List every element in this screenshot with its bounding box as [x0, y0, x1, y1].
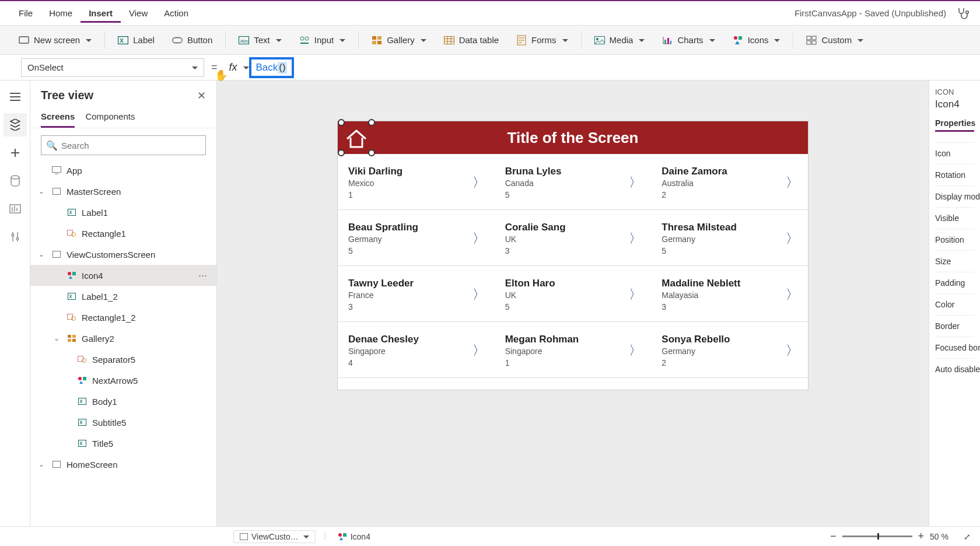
app-checker-icon[interactable]	[956, 6, 970, 20]
next-arrow-icon[interactable]: 〉	[629, 230, 642, 247]
text-dropdown[interactable]: Abc Text	[230, 32, 290, 49]
gallery-item[interactable]: Madaline NeblettMalayasia3〉	[651, 266, 808, 322]
property-row[interactable]: Position	[935, 229, 974, 250]
zoom-control[interactable]: − + 50 %	[830, 530, 949, 542]
selection-handle[interactable]	[368, 149, 375, 156]
rail-tools-icon[interactable]	[4, 225, 27, 249]
menu-file[interactable]: File	[10, 4, 41, 23]
tree-node-rectangle1-2[interactable]: Rectangle1_2	[30, 307, 216, 328]
property-row[interactable]: Padding	[935, 272, 974, 293]
tree-node-icon4[interactable]: Icon4 ⋯	[30, 265, 216, 286]
selection-handle[interactable]	[338, 149, 345, 156]
property-row[interactable]: Icon	[935, 142, 974, 164]
property-row[interactable]: Focused bor	[935, 337, 974, 358]
selection-handle[interactable]	[338, 119, 345, 126]
zoom-out-icon[interactable]: −	[830, 530, 836, 542]
next-arrow-icon[interactable]: 〉	[473, 230, 485, 247]
input-dropdown[interactable]: Input	[291, 32, 354, 49]
tree-node-nextarrow5[interactable]: NextArrow5	[30, 370, 216, 391]
label-button[interactable]: Label	[110, 32, 163, 49]
rail-tree-view-icon[interactable]	[4, 113, 27, 136]
property-row[interactable]: Border	[935, 315, 974, 337]
tree-node-rectangle1[interactable]: Rectangle1	[30, 223, 216, 244]
close-icon[interactable]: ✕	[197, 89, 206, 102]
breadcrumb-screen[interactable]: ViewCusto…	[233, 530, 316, 543]
rail-hamburger-icon[interactable]	[4, 85, 27, 108]
media-dropdown[interactable]: Media	[586, 32, 653, 49]
icons-dropdown[interactable]: Icons	[724, 32, 789, 49]
next-arrow-icon[interactable]: 〉	[473, 174, 485, 191]
gallery-item[interactable]: Coralie SangUK3〉	[495, 210, 652, 266]
fit-to-screen-icon[interactable]: ⤢	[964, 532, 971, 541]
tree-node-viewcustomers[interactable]: ⌄ ViewCustomersScreen	[30, 244, 216, 265]
property-row[interactable]: Size	[935, 250, 974, 272]
gallery-item[interactable]: Beau SpratlingGermany5〉	[338, 210, 495, 266]
gallery-item[interactable]: Elton HaroUK5〉	[495, 266, 652, 322]
gallery-item[interactable]: Bruna LylesCanada5〉	[495, 154, 652, 210]
gallery-item[interactable]: Denae ChesleySingapore4〉	[338, 322, 495, 378]
next-arrow-icon[interactable]: 〉	[629, 174, 642, 191]
next-arrow-icon[interactable]: 〉	[473, 342, 485, 359]
next-arrow-icon[interactable]: 〉	[629, 286, 642, 303]
menu-action[interactable]: Action	[156, 4, 197, 23]
next-arrow-icon[interactable]: 〉	[629, 342, 642, 359]
next-arrow-icon[interactable]: 〉	[786, 342, 799, 359]
data-table-button[interactable]: Data table	[436, 32, 507, 49]
zoom-in-icon[interactable]: +	[918, 530, 925, 542]
next-arrow-icon[interactable]: 〉	[786, 286, 799, 303]
gallery-item[interactable]: Viki DarlingMexico1〉	[338, 154, 495, 210]
gallery-item[interactable]: Megan RohmanSingapore1〉	[495, 322, 652, 378]
gallery-dropdown[interactable]: Gallery	[363, 32, 435, 49]
item-subtitle: Malayasia	[662, 290, 740, 300]
property-row[interactable]: Display mod	[935, 186, 974, 207]
next-arrow-icon[interactable]: 〉	[786, 230, 799, 247]
properties-tab[interactable]: Properties	[935, 118, 974, 132]
tree-node-subtitle5[interactable]: Subtitle5	[30, 412, 216, 433]
property-select[interactable]: OnSelect	[21, 58, 204, 77]
menu-insert[interactable]: Insert	[80, 4, 121, 23]
zoom-slider[interactable]	[842, 536, 912, 537]
tree-node-title5[interactable]: Title5	[30, 433, 216, 454]
gallery-item[interactable]: Sonya RebelloGermany2〉	[651, 322, 808, 378]
property-row[interactable]: Color	[935, 293, 974, 315]
rail-data-icon[interactable]	[4, 169, 27, 192]
gallery-item[interactable]: Thresa MilsteadGermany5〉	[651, 210, 808, 266]
tree-node-masterscreen[interactable]: ⌄ MasterScreen	[30, 181, 216, 202]
rail-media-icon[interactable]	[4, 197, 27, 220]
tree-node-label1[interactable]: Label1	[30, 202, 216, 223]
button-button[interactable]: Button	[164, 32, 220, 49]
formula-input[interactable]: Back()	[249, 58, 970, 77]
svg-rect-17	[667, 38, 669, 44]
gallery-item[interactable]: Tawny LeederFrance3〉	[338, 266, 495, 322]
menu-home[interactable]: Home	[41, 4, 80, 23]
menu-view[interactable]: View	[121, 4, 156, 23]
icon4-selection[interactable]	[341, 123, 372, 153]
rail-insert-icon[interactable]	[4, 141, 27, 164]
canvas-area[interactable]: Title of the Screen Viki DarlingMexico1〉…	[217, 80, 929, 526]
breadcrumb-selection[interactable]: Icon4	[338, 532, 370, 541]
next-arrow-icon[interactable]: 〉	[473, 286, 485, 303]
selection-handle[interactable]	[368, 119, 375, 126]
property-row[interactable]: Visible	[935, 207, 974, 229]
tree-node-gallery2[interactable]: ⌄ Gallery2	[30, 328, 216, 349]
search-input[interactable]: 🔍	[41, 135, 206, 155]
tree-node-app[interactable]: App	[30, 160, 216, 181]
gallery-item[interactable]: Daine ZamoraAustralia2〉	[651, 154, 808, 210]
property-row[interactable]: Auto disable	[935, 358, 974, 380]
tree-node-body1[interactable]: Body1	[30, 391, 216, 412]
new-screen-button[interactable]: New screen	[10, 32, 100, 49]
charts-dropdown[interactable]: Charts	[654, 32, 723, 49]
gallery[interactable]: Viki DarlingMexico1〉Bruna LylesCanada5〉D…	[338, 154, 808, 378]
forms-dropdown[interactable]: Forms	[508, 32, 576, 49]
tree-node-homescreen[interactable]: ⌄ HomeScreen	[30, 454, 216, 475]
property-row[interactable]: Rotation	[935, 164, 974, 186]
next-arrow-icon[interactable]: 〉	[786, 174, 799, 191]
app-preview[interactable]: Title of the Screen Viki DarlingMexico1〉…	[338, 121, 808, 390]
custom-dropdown[interactable]: Custom	[798, 32, 872, 49]
more-icon[interactable]: ⋯	[198, 270, 216, 281]
fx-dropdown-icon[interactable]	[242, 62, 249, 73]
tab-screens[interactable]: Screens	[41, 107, 75, 128]
tab-components[interactable]: Components	[85, 107, 135, 128]
tree-node-label1-2[interactable]: Label1_2	[30, 286, 216, 307]
tree-node-separator5[interactable]: Separator5	[30, 349, 216, 370]
